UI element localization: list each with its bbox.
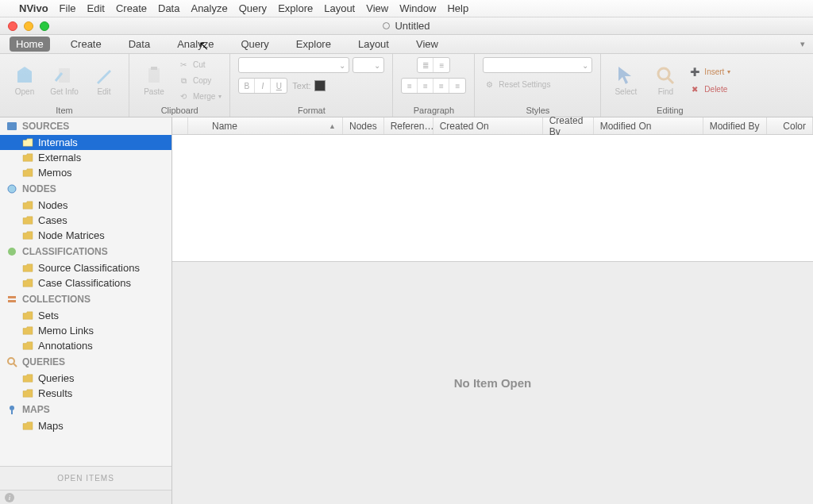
tree-item-memos[interactable]: Memos — [0, 165, 171, 180]
cut-button[interactable]: ✂Cut — [177, 59, 222, 71]
col-created-on[interactable]: Created On — [433, 117, 543, 134]
section-header-collections[interactable]: COLLECTIONS — [0, 290, 171, 308]
window-title: Untitled — [395, 20, 430, 32]
ribbon-group-label: Editing — [609, 104, 730, 115]
insert-button[interactable]: ➕Insert▾ — [688, 66, 730, 79]
ribbon-group-label: Clipboard — [137, 104, 222, 115]
tree-item-queries[interactable]: Queries — [0, 371, 171, 386]
window-titlebar: Untitled — [0, 17, 813, 35]
tree-item-sets[interactable]: Sets — [0, 308, 171, 323]
ribbon-group-editing: Select Find ➕Insert▾ ✖Delete Editing — [601, 54, 738, 117]
tree-item-nodes[interactable]: Nodes — [0, 198, 171, 213]
svg-rect-7 — [8, 296, 16, 298]
svg-rect-2 — [151, 67, 157, 70]
ribbon-tabbar: Home Create Data Analyze Query Explore L… — [0, 35, 813, 54]
bold-button[interactable]: B — [239, 79, 255, 93]
ribbon-tab-analyze[interactable]: Analyze — [171, 37, 220, 52]
text-color-swatch[interactable] — [314, 80, 326, 91]
section-header-sources[interactable]: SOURCES — [0, 117, 171, 135]
tree-item-results[interactable]: Results — [0, 386, 171, 401]
menu-analyze[interactable]: Analyze — [191, 2, 227, 14]
svg-rect-4 — [7, 122, 17, 130]
col-created-by[interactable]: Created By — [543, 117, 594, 134]
section-header-queries[interactable]: QUERIES — [0, 353, 171, 371]
col-modified-by[interactable]: Modified By — [703, 117, 767, 134]
font-family-combo[interactable]: ⌄ — [238, 57, 349, 73]
menu-data[interactable]: Data — [158, 2, 179, 14]
ribbon-tab-data[interactable]: Data — [122, 37, 156, 52]
font-style-segment[interactable]: B I U — [238, 78, 287, 94]
section-header-nodes[interactable]: NODES — [0, 180, 171, 198]
menu-view[interactable]: View — [366, 2, 388, 14]
col-name[interactable]: Name▲ — [188, 117, 343, 134]
underline-button[interactable]: U — [271, 79, 287, 93]
align-right-icon[interactable]: ≡ — [433, 79, 449, 93]
ribbon-collapse-icon[interactable]: ▾ — [800, 39, 805, 49]
tree-item-annotations[interactable]: Annotations — [0, 338, 171, 353]
select-button[interactable]: Select — [609, 65, 642, 96]
ribbon-tab-layout[interactable]: Layout — [352, 37, 395, 52]
align-segment[interactable]: ≡ ≡ ≡ ≡ — [401, 78, 466, 94]
ribbon-group-item: Open Get Info Edit Item — [0, 54, 129, 117]
menu-file[interactable]: File — [60, 2, 76, 14]
ribbon-tab-explore[interactable]: Explore — [290, 37, 337, 52]
status-bar: i — [0, 490, 171, 504]
find-button[interactable]: Find — [649, 65, 682, 96]
menu-window[interactable]: Window — [399, 2, 436, 14]
svg-point-9 — [8, 358, 14, 364]
style-combo[interactable]: ⌄ — [483, 57, 592, 73]
align-center-icon[interactable]: ≡ — [418, 79, 433, 93]
section-header-classifications[interactable]: CLASSIFICATIONS — [0, 243, 171, 260]
svg-point-5 — [8, 185, 16, 193]
align-left-icon[interactable]: ≡ — [402, 79, 418, 93]
tree-item-internals[interactable]: Internals — [0, 135, 171, 150]
col-icon[interactable] — [172, 117, 188, 134]
list-pane — [172, 135, 813, 262]
ribbon-tab-create[interactable]: Create — [64, 37, 108, 52]
tree-item-source-classifications[interactable]: Source Classifications — [0, 260, 171, 275]
ribbon-group-styles: ⌄ ⚙Reset Settings Styles — [475, 54, 601, 117]
tree-item-memo-links[interactable]: Memo Links — [0, 323, 171, 338]
bullet-list-icon[interactable]: ≣ — [418, 58, 433, 72]
open-button[interactable]: Open — [8, 65, 41, 96]
section-header-maps[interactable]: MAPS — [0, 401, 171, 418]
ribbon-tab-query[interactable]: Query — [234, 37, 275, 52]
menu-query[interactable]: Query — [239, 2, 267, 14]
menu-help[interactable]: Help — [447, 2, 468, 14]
menu-edit[interactable]: Edit — [87, 2, 105, 14]
info-icon[interactable]: i — [5, 493, 14, 502]
list-segment[interactable]: ≣ ≡ — [417, 57, 450, 73]
tree-item-node-matrices[interactable]: Node Matrices — [0, 228, 171, 243]
col-modified-on[interactable]: Modified On — [594, 117, 703, 134]
menu-create[interactable]: Create — [116, 2, 147, 14]
ribbon-group-label: Format — [238, 104, 384, 115]
tree-item-cases[interactable]: Cases — [0, 213, 171, 228]
list-column-header: Name▲ Nodes Referen… Created On Created … — [172, 117, 813, 135]
italic-button[interactable]: I — [255, 79, 271, 93]
numbered-list-icon[interactable]: ≡ — [433, 58, 449, 72]
text-color-label: Text: — [292, 81, 310, 90]
ribbon-tab-view[interactable]: View — [410, 37, 445, 52]
menu-explore[interactable]: Explore — [278, 2, 313, 14]
col-color[interactable]: Color — [767, 117, 813, 134]
col-nodes[interactable]: Nodes — [343, 117, 384, 134]
menu-layout[interactable]: Layout — [324, 2, 355, 14]
merge-button[interactable]: ⟲Merge▾ — [177, 90, 222, 103]
paste-button[interactable]: Paste — [137, 65, 171, 96]
font-size-combo[interactable]: ⌄ — [353, 57, 384, 73]
copy-button[interactable]: ⧉Copy — [177, 75, 222, 87]
ribbon-tab-home[interactable]: Home — [10, 37, 50, 52]
edit-button[interactable]: Edit — [87, 65, 121, 96]
tree-item-case-classifications[interactable]: Case Classifications — [0, 275, 171, 290]
app-menu[interactable]: NVivo — [19, 2, 48, 14]
content-area: Name▲ Nodes Referen… Created On Created … — [172, 117, 813, 504]
align-justify-icon[interactable]: ≡ — [449, 79, 465, 93]
tree-item-externals[interactable]: Externals — [0, 150, 171, 165]
reset-settings-button[interactable]: ⚙Reset Settings — [483, 78, 550, 90]
get-info-button[interactable]: Get Info — [48, 65, 81, 96]
tree-item-maps[interactable]: Maps — [0, 418, 171, 433]
delete-button[interactable]: ✖Delete — [688, 83, 730, 96]
col-references[interactable]: Referen… — [384, 117, 433, 134]
navigation-sidebar: SOURCESInternalsExternalsMemosNODESNodes… — [0, 117, 172, 504]
open-items-panel-header[interactable]: OPEN ITEMS — [0, 466, 171, 490]
